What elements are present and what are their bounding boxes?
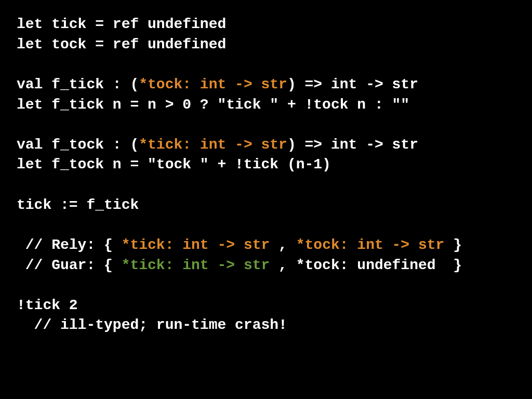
code-text: ) => int -> str — [287, 137, 418, 153]
comment-text: // Guar: { — [17, 257, 122, 273]
rely-tock: *tock: int -> str — [296, 237, 445, 253]
comment-text: } — [444, 237, 462, 253]
code-line: // Rely: { *tick: int -> str , *tock: in… — [17, 237, 462, 253]
type-annotation: *tock: int -> str — [139, 76, 287, 92]
code-text: val f_tick : ( — [17, 76, 139, 92]
code-text: val f_tock : ( — [17, 137, 139, 153]
code-line: let tock = ref undefined — [17, 36, 226, 52]
rely-tick: *tick: int -> str — [122, 237, 270, 253]
code-line: val f_tick : (*tock: int -> str) => int … — [17, 76, 418, 92]
code-line: let f_tock n = "tock " + !tick (n-1) — [17, 156, 331, 172]
code-text: ) => int -> str — [287, 76, 418, 92]
code-line: let f_tick n = n > 0 ? "tick " + !tock n… — [17, 97, 409, 113]
comment-text: , *tock: undefined } — [270, 257, 462, 273]
code-line: val f_tock : (*tick: int -> str) => int … — [17, 137, 418, 153]
guar-tick: *tick: int -> str — [122, 257, 270, 273]
code-slide: let tick = ref undefined let tock = ref … — [0, 0, 532, 399]
code-line: let tick = ref undefined — [17, 16, 226, 32]
code-line: // ill-typed; run-time crash! — [17, 317, 287, 333]
code-line: tick := f_tick — [17, 197, 139, 213]
comment-text: , — [270, 237, 296, 253]
type-annotation: *tick: int -> str — [139, 137, 287, 153]
code-line: // Guar: { *tick: int -> str , *tock: un… — [17, 257, 462, 273]
comment-text: // Rely: { — [17, 237, 122, 253]
code-line: !tick 2 — [17, 297, 78, 313]
